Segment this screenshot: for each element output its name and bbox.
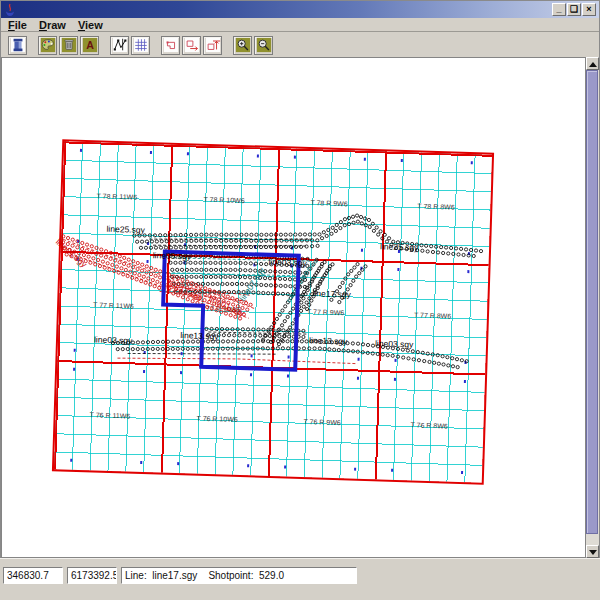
- seismic-lines-layer[interactable]: [54, 141, 496, 486]
- zoom-in-button[interactable]: [233, 36, 252, 55]
- svg-text:A: A: [86, 39, 94, 51]
- seismic-line-label: line13.sgy: [309, 335, 348, 346]
- palette-icon: [40, 37, 56, 53]
- polygon-prev-button[interactable]: [203, 36, 222, 55]
- township-grid-map[interactable]: T 78 R 11W6T 78 R 10W6T 78 R 9W6T 78 R 8…: [52, 139, 494, 484]
- minimize-button[interactable]: _: [552, 3, 566, 16]
- close-button[interactable]: ×: [582, 3, 596, 16]
- polygon-prev-icon: [205, 37, 221, 53]
- app-icon: [4, 3, 16, 17]
- zoom-out-button[interactable]: [254, 36, 273, 55]
- toolbar-group: [8, 36, 27, 55]
- seismic-line-label: line05.sgy: [153, 250, 192, 261]
- delete-button[interactable]: [59, 36, 78, 55]
- shotpoint-chain: [63, 253, 243, 320]
- scroll-down-button[interactable]: [586, 545, 599, 558]
- scrollbar-thumb[interactable]: [586, 70, 598, 534]
- map-canvas[interactable]: T 78 R 11W6T 78 R 10W6T 78 R 9W6T 78 R 8…: [1, 57, 586, 558]
- grid-icon: [133, 37, 149, 53]
- seismic-dash-line: [117, 355, 357, 366]
- menu-file[interactable]: File: [8, 19, 27, 31]
- x-coordinate-field[interactable]: 346830.7: [3, 567, 63, 584]
- zoom-out-icon: [256, 37, 272, 53]
- polygon-next-icon: [184, 37, 200, 53]
- polygon-draw-icon: [163, 37, 179, 53]
- menu-view[interactable]: View: [78, 19, 103, 31]
- seismic-line-label: line03.sgy: [268, 257, 307, 268]
- seismic-line-label: line25.sgy: [380, 241, 419, 252]
- seismic-line-label: line17.sgy: [312, 288, 351, 299]
- text-annotation-button[interactable]: A: [80, 36, 99, 55]
- info-panel-button[interactable]: [8, 36, 27, 55]
- line-nodes-button[interactable]: [110, 36, 129, 55]
- up-arrow-icon: [589, 62, 597, 67]
- zoom-in-icon: [235, 37, 251, 53]
- text-annotation-icon: A: [82, 37, 98, 53]
- toolbar: A: [1, 33, 599, 57]
- seismic-line-label: line03.sgy: [94, 334, 133, 345]
- grid-button[interactable]: [131, 36, 150, 55]
- maximize-button[interactable]: ❏: [567, 3, 581, 16]
- title-bar[interactable]: _ ❏ ×: [1, 1, 599, 18]
- app-window: _ ❏ × FileDrawView A T 78 R 11W6T 78 R 1…: [0, 0, 600, 600]
- down-arrow-icon: [589, 550, 597, 555]
- palette-button[interactable]: [38, 36, 57, 55]
- line-info-field[interactable]: Line: line17.sgy Shotpoint: 529.0: [121, 567, 357, 584]
- seismic-line-label: line25.sgy: [106, 224, 145, 235]
- line-nodes-icon: [112, 37, 128, 53]
- window-controls: _ ❏ ×: [552, 3, 596, 16]
- delete-icon: [61, 37, 77, 53]
- vertical-scrollbar[interactable]: [586, 57, 599, 558]
- polygon-draw-button[interactable]: [161, 36, 180, 55]
- status-bar: 346830.7 6173392.5 Line: line17.sgy Shot…: [0, 558, 600, 600]
- info-panel-icon: [10, 37, 26, 53]
- toolbar-group: [161, 36, 222, 55]
- seismic-line-label: line13.sgy: [180, 330, 219, 341]
- seismic-line-label: line03.sgy: [375, 338, 414, 349]
- menu-bar: FileDrawView: [1, 18, 599, 32]
- toolbar-group: [233, 36, 273, 55]
- y-coordinate-field[interactable]: 6173392.5: [67, 567, 117, 584]
- scroll-up-button[interactable]: [586, 57, 599, 70]
- menu-draw[interactable]: Draw: [39, 19, 66, 31]
- toolbar-group: [110, 36, 150, 55]
- seismic-dash-line: [208, 331, 308, 335]
- toolbar-group: A: [38, 36, 99, 55]
- polygon-next-button[interactable]: [182, 36, 201, 55]
